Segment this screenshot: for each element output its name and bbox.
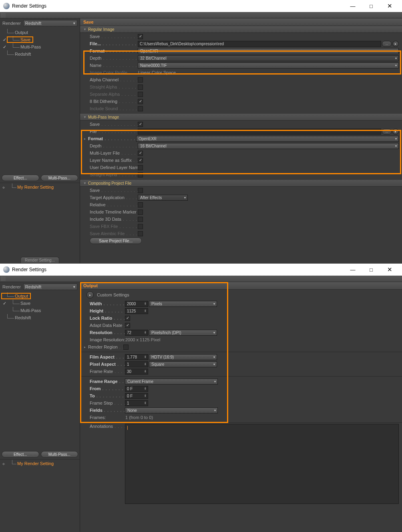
comp-timeline-check[interactable] [138, 210, 143, 215]
straight-check[interactable] [138, 85, 143, 90]
tree-multipass[interactable]: Multi-Pass [20, 44, 41, 49]
format-label: Format [90, 48, 138, 53]
save-check[interactable] [138, 34, 143, 39]
res-input[interactable]: 72 [125, 330, 148, 336]
mp-file-input[interactable] [138, 129, 381, 135]
adapt-label: Adapt Data Rate [90, 323, 125, 328]
save-project-button[interactable]: Save Project File... [90, 238, 142, 244]
lock-check[interactable] [125, 316, 130, 321]
region-check[interactable] [123, 345, 129, 350]
tree-output-2[interactable]: Output [15, 294, 28, 298]
comp-target-select[interactable]: After Effects [138, 195, 188, 201]
tree-save-check[interactable] [2, 37, 7, 42]
adapt-check[interactable] [125, 323, 130, 328]
my-render-setting[interactable]: My Render Setting [17, 185, 54, 189]
mp-file-arrow[interactable]: ▸ [392, 129, 399, 135]
to-input[interactable]: 0 F [125, 393, 148, 399]
window-title-2: Render Settings [12, 267, 46, 272]
mp-format-select[interactable]: OpenEXR [136, 136, 399, 142]
mp-file-label: File [90, 129, 138, 134]
film-input[interactable]: 1.778 [125, 354, 148, 360]
effect-button[interactable]: Effect... [2, 175, 39, 181]
tree-multipass-check-2[interactable] [2, 308, 7, 313]
minimize-button-2[interactable]: — [344, 264, 362, 276]
name-label: Name [90, 63, 138, 68]
window-title: Render Settings [12, 3, 46, 9]
render-setting-tab[interactable]: Render Setting... [20, 257, 59, 263]
settings-icon-2: ⟐ [2, 461, 5, 466]
app-icon-2 [3, 266, 10, 273]
minimize-button[interactable]: — [344, 0, 362, 12]
depth-label: Depth [90, 56, 138, 60]
mp-save-label: Save [90, 122, 138, 127]
comp-relative-check[interactable] [138, 202, 143, 208]
multipass-button-2[interactable]: Multi-Pass... [41, 451, 78, 457]
mp-straight-check[interactable] [138, 172, 143, 177]
custom-settings-button[interactable]: ▸ [86, 291, 94, 298]
mp-user-check[interactable] [138, 165, 143, 170]
comp-alembic-check[interactable] [138, 231, 143, 236]
film-unit-select[interactable]: HDTV (16:9) [149, 354, 217, 360]
separate-label: Separate Alpha [90, 92, 138, 97]
color-profile-value: Linear Color Space [138, 70, 176, 75]
res-label: Resolution [90, 330, 125, 335]
mp-format-label: Format [88, 136, 136, 141]
maximize-button[interactable]: □ [362, 0, 380, 12]
depth-select[interactable]: 32 Bit/Channel [138, 55, 399, 61]
separate-check[interactable] [138, 92, 143, 97]
mp-save-check[interactable] [138, 122, 143, 127]
tree-multipass-check[interactable] [2, 44, 7, 50]
frames-label: Frames: [90, 415, 125, 420]
sound-label: Include Sound [90, 106, 138, 111]
file-browse-button[interactable]: ... [382, 41, 392, 47]
width-label: Width [90, 301, 125, 306]
width-unit-select[interactable]: Pixels [149, 301, 217, 307]
mp-multilayer-check[interactable] [138, 151, 143, 156]
fps-input[interactable]: 30 [125, 369, 148, 375]
tree-multipass-2[interactable]: Multi-Pass [20, 308, 41, 313]
comp-save-check[interactable] [138, 188, 143, 193]
tree-redshift-2[interactable]: Redshift [15, 315, 31, 320]
tree-save-2[interactable]: Save [20, 301, 30, 306]
renderer-dropdown[interactable]: Redshift [23, 20, 77, 26]
range-label: Frame Range [90, 379, 125, 384]
format-select[interactable]: OpenEXR [138, 48, 399, 54]
fields-select[interactable]: None [125, 407, 218, 413]
mp-file-browse[interactable]: ... [382, 129, 392, 135]
annotations-input[interactable]: | [125, 424, 399, 504]
tree-save-check-2[interactable] [2, 300, 7, 306]
height-input[interactable]: 1125 [125, 308, 148, 314]
tree-redshift[interactable]: Redshift [15, 52, 31, 56]
step-input[interactable]: 1 [125, 400, 148, 406]
comp-header[interactable]: ▼Compositing Project File [80, 180, 402, 187]
tree-save[interactable]: Save [20, 37, 30, 42]
sound-check[interactable] [138, 106, 143, 111]
close-button[interactable]: ✕ [380, 0, 399, 12]
mp-suffix-check[interactable] [138, 158, 143, 163]
comp-timeline-label: Include Timeline Marker [90, 210, 138, 214]
comp-fbx-check[interactable] [138, 224, 143, 229]
pixel-input[interactable]: 1 [125, 361, 148, 367]
multipass-button[interactable]: Multi-Pass... [41, 175, 78, 181]
name-select[interactable]: Name0000.TIF [138, 62, 399, 69]
regular-image-header[interactable]: ▼Regular Image [80, 26, 402, 33]
effect-button-2[interactable]: Effect... [2, 451, 39, 457]
file-arrow-button[interactable]: ▸ [392, 41, 399, 47]
mp-multilayer-label: Multi-Layer File [90, 151, 138, 155]
from-input[interactable]: 0 F [125, 386, 148, 392]
res-unit-select[interactable]: Pixels/Inch (DPI) [149, 330, 217, 336]
comp-3d-check[interactable] [138, 217, 143, 222]
tree-output[interactable]: Output [15, 30, 28, 35]
multipass-header[interactable]: ▼Multi-Pass Image [80, 114, 402, 121]
file-input[interactable]: C:\Users\Rebus_Dirk\Desktop\compression\… [138, 41, 381, 47]
range-select[interactable]: Current Frame [125, 379, 218, 385]
renderer-dropdown-2[interactable]: Redshift [23, 284, 77, 290]
alpha-check[interactable] [138, 77, 143, 83]
dither-check[interactable] [138, 99, 143, 104]
close-button-2[interactable]: ✕ [380, 264, 399, 276]
my-render-setting-2[interactable]: My Render Setting [17, 461, 54, 466]
pixel-unit-select[interactable]: Square [149, 361, 217, 367]
maximize-button-2[interactable]: □ [362, 264, 380, 276]
width-input[interactable]: 2000 [125, 301, 148, 307]
mp-depth-select[interactable]: 16 Bit/Channel [138, 143, 399, 149]
